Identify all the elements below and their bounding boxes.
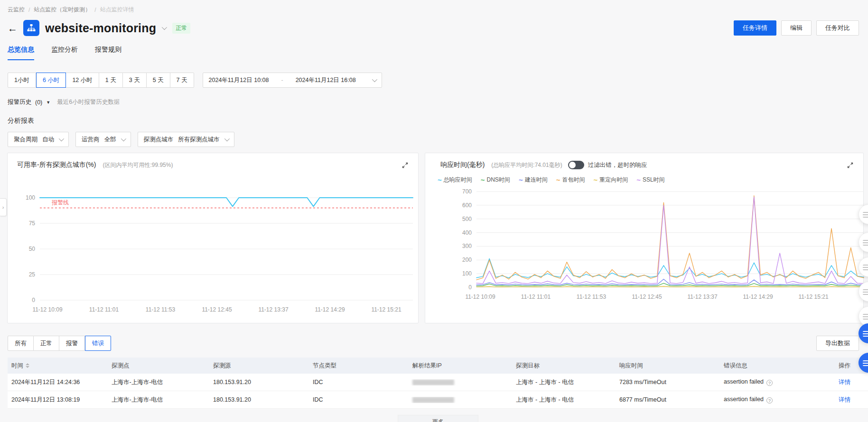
sort-icon[interactable] — [26, 363, 29, 368]
filter-errors-toggle-label: 过滤出错，超时的响应 — [588, 161, 647, 169]
cell-response-time: 7283 ms/TimeOut — [616, 379, 720, 385]
svg-text:0: 0 — [32, 297, 35, 303]
load-more-button[interactable]: 更多 — [398, 415, 478, 422]
breadcrumb-cloud-monitor[interactable]: 云监控 — [8, 6, 25, 14]
page-header: ← website-monitoring 正常 任务详情 编辑 任务对比 — [8, 20, 868, 36]
cell-actions: 详情 — [835, 396, 865, 404]
svg-text:25: 25 — [29, 271, 36, 278]
filter-errors-toggle[interactable] — [568, 161, 584, 169]
svg-text:50: 50 — [29, 246, 36, 252]
task-compare-button[interactable]: 任务对比 — [816, 20, 859, 36]
expand-icon[interactable] — [847, 162, 854, 169]
availability-line-chart[interactable]: 025507510011-12 10:0911-12 11:0111-12 11… — [11, 169, 414, 322]
tab-alarm-rules[interactable]: 报警规则 — [95, 46, 121, 60]
legend-item[interactable]: ~DNS时间 — [481, 176, 510, 184]
question-icon[interactable]: ? — [766, 380, 773, 386]
filter-label: 探测点城市 — [144, 136, 174, 144]
cell-node-type: IDC — [309, 396, 409, 403]
expand-icon[interactable] — [401, 162, 409, 169]
title-dropdown-chevron-icon[interactable] — [162, 25, 167, 30]
legend-item[interactable]: ~首包时间 — [556, 176, 585, 184]
col-probe-source: 探测源 — [209, 362, 309, 370]
export-data-button[interactable]: 导出数据 — [816, 336, 859, 351]
availability-chart-panel: 可用率-所有探测点城市(%) (区间内平均可用性:99.95%) 0255075… — [7, 153, 419, 323]
date-range-end: 2024年11月12日 16:08 — [296, 76, 356, 84]
time-option-6h[interactable]: 6 小时 — [36, 73, 66, 88]
chevron-down-icon — [59, 136, 64, 141]
legend-wave-icon: ~ — [593, 178, 597, 183]
svg-text:400: 400 — [462, 229, 472, 236]
tab-monitor-analysis[interactable]: 监控分析 — [51, 46, 78, 60]
svg-text:11-12 11:53: 11-12 11:53 — [146, 306, 176, 313]
legend-item[interactable]: ~总响应时间 — [438, 176, 472, 184]
cell-probe-source: 180.153.91.20 — [209, 396, 309, 403]
chevron-down-icon — [121, 136, 126, 141]
cell-time: 2024年11月12日 13:08:19 — [8, 396, 108, 404]
filter-alarm[interactable]: 报警 — [59, 336, 85, 351]
time-option-5d[interactable]: 5 天 — [147, 73, 170, 88]
cell-probe-target: 上海市 - 上海市 - 电信 — [512, 396, 616, 404]
breadcrumb-separator: / — [94, 7, 96, 13]
carrier-dropdown[interactable]: 运营商 全部 — [75, 132, 131, 147]
redacted-ip — [412, 397, 454, 403]
legend-label: DNS时间 — [487, 176, 510, 184]
svg-text:11-12 11:01: 11-12 11:01 — [521, 294, 551, 300]
filter-error[interactable]: 错误 — [85, 336, 111, 351]
header-actions: 任务详情 编辑 任务对比 — [734, 20, 859, 36]
sitemap-icon — [27, 23, 36, 33]
task-detail-button[interactable]: 任务详情 — [734, 20, 776, 36]
legend-wave-icon: ~ — [636, 178, 641, 183]
left-panel-collapse-tab[interactable]: › — [0, 198, 7, 216]
col-response-time: 响应时间 — [616, 362, 720, 370]
legend-wave-icon: ~ — [438, 178, 442, 183]
filter-label: 聚合周期 — [14, 136, 37, 144]
breadcrumb-site-monitor[interactable]: 站点监控（定时拨测） — [34, 6, 91, 14]
time-option-1h[interactable]: 1小时 — [8, 73, 36, 88]
date-range-start: 2024年11月12日 10:08 — [209, 76, 269, 84]
legend-label: 首包时间 — [562, 176, 585, 184]
time-option-1d[interactable]: 1 天 — [99, 73, 123, 88]
cell-resolved-ip — [409, 397, 512, 403]
cell-error-message: assertion failed? — [720, 378, 835, 386]
breadcrumb-current: 站点监控详情 — [100, 6, 134, 14]
alarm-history-caret-icon[interactable]: ▼ — [46, 100, 50, 105]
svg-text:11-12 15:21: 11-12 15:21 — [798, 294, 828, 300]
detail-link[interactable]: 详情 — [839, 379, 850, 385]
svg-text:500: 500 — [462, 216, 472, 222]
date-range-picker[interactable]: 2024年11月12日 10:08 - 2024年11月12日 16:08 — [203, 73, 382, 88]
status-badge: 正常 — [172, 23, 190, 34]
tab-overview[interactable]: 总览信息 — [8, 46, 34, 60]
legend-item[interactable]: ~重定向时间 — [593, 176, 628, 184]
legend-item[interactable]: ~建连时间 — [519, 176, 548, 184]
svg-text:11-12 13:37: 11-12 13:37 — [258, 306, 288, 313]
report-filters: 聚合周期 自动 运营商 全部 探测点城市 所有探测点城市 — [8, 132, 868, 147]
response-panel-header: 响应时间(毫秒) (总响应平均时间:74.01毫秒) 过滤出错，超时的响应 — [429, 161, 859, 169]
cell-probe-point: 上海市-上海市-电信 — [108, 396, 209, 404]
filter-normal[interactable]: 正常 — [34, 336, 59, 351]
time-option-3d[interactable]: 3 天 — [123, 73, 147, 88]
probe-city-dropdown[interactable]: 探测点城市 所有探测点城市 — [138, 132, 234, 147]
detail-link[interactable]: 详情 — [839, 396, 850, 403]
filter-value: 所有探测点城市 — [178, 136, 220, 144]
filter-value: 自动 — [42, 136, 54, 144]
svg-text:11-12 10:09: 11-12 10:09 — [32, 306, 62, 313]
question-icon[interactable]: ? — [766, 397, 773, 404]
time-option-12h[interactable]: 12 小时 — [66, 73, 99, 88]
legend-label: SSL时间 — [643, 176, 665, 184]
result-filter-segmented: 所有 正常 报警 错误 — [8, 336, 111, 351]
cell-probe-point: 上海市-上海市-电信 — [108, 378, 209, 386]
filter-all[interactable]: 所有 — [8, 336, 34, 351]
aggregation-period-dropdown[interactable]: 聚合周期 自动 — [8, 132, 69, 147]
time-option-7d[interactable]: 7 天 — [170, 73, 194, 88]
edit-button[interactable]: 编辑 — [781, 20, 812, 36]
back-arrow-icon[interactable]: ← — [8, 23, 18, 33]
svg-text:11-12 12:45: 11-12 12:45 — [202, 306, 232, 313]
table-header-row: 时间 探测点 探测源 节点类型 解析结果IP 探测目标 响应时间 错误信息 操作 — [8, 358, 868, 374]
response-time-line-chart[interactable]: 010020030040050060070011-12 10:0911-12 1… — [429, 184, 868, 313]
legend-item[interactable]: ~SSL时间 — [636, 176, 664, 184]
col-time: 时间 — [8, 362, 108, 370]
cell-actions: 详情 — [835, 378, 865, 386]
svg-text:11-12 14:29: 11-12 14:29 — [315, 306, 345, 313]
col-resolved-ip: 解析结果IP — [409, 362, 512, 370]
date-range-chevron-icon — [372, 77, 377, 82]
